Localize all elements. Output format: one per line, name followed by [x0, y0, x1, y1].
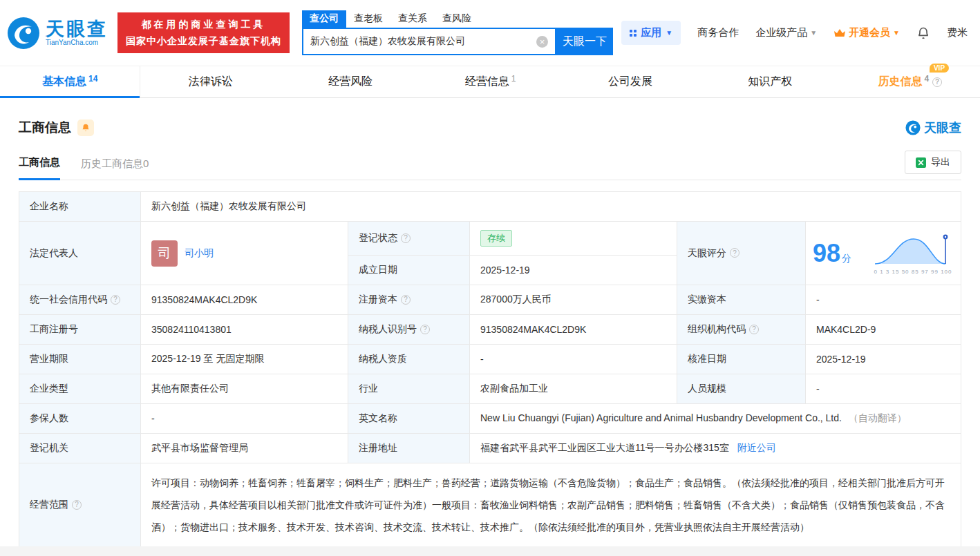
help-icon[interactable]: ? [932, 77, 942, 87]
search-tab-risk[interactable]: 查风险 [435, 10, 479, 28]
label-reg-number: 工商注册号 [19, 315, 141, 345]
table-row: 营业期限 2025-12-19 至 无固定期限 纳税人资质 - 核准日期 202… [19, 345, 961, 374]
help-icon[interactable]: ? [401, 295, 411, 305]
table-row: 企业类型 其他有限责任公司 行业 农副食品加工业 人员规模 - [19, 374, 961, 404]
subtab-row: 工商信息 历史工商信息0 导出 [19, 151, 961, 180]
table-row: 经营范围? 许可项目：动物饲养；牲畜饲养；牲畜屠宰；饲料生产；肥料生产；兽药经营… [19, 463, 961, 547]
promo-line-1: 都在用的商业查询工具 [126, 17, 281, 32]
tab-basic-info[interactable]: 基本信息 14 [0, 66, 140, 97]
search-tab-boss[interactable]: 查老板 [346, 10, 390, 28]
vip-badge: VIP [930, 64, 949, 73]
label-business-scope: 经营范围? [19, 463, 141, 547]
table-row: 工商注册号 350824110413801 纳税人识别号? 91350824MA… [19, 315, 961, 345]
search-tab-relation[interactable]: 查关系 [390, 10, 435, 28]
tab-operational-risk[interactable]: 经营风险 [281, 66, 420, 97]
subtab-history-registration[interactable]: 历史工商信息0 [81, 157, 149, 180]
value-reg-status: 存续 [470, 222, 677, 256]
search-input-value: 新六创益（福建）农牧发展有限公司 [310, 35, 465, 48]
label-reg-address: 注册地址 [348, 434, 470, 463]
table-row: 企业名称 新六创益（福建）农牧发展有限公司 [19, 192, 961, 222]
help-icon[interactable]: ? [749, 325, 759, 334]
label-tianyan-score: 天眼评分? [677, 222, 806, 285]
excel-icon [916, 157, 926, 168]
value-reg-authority: 武平县市场监督管理局 [141, 434, 348, 463]
chevron-down-icon: ▼ [666, 29, 672, 37]
tab-label: 历史信息 [878, 75, 922, 89]
promo-banner: 都在用的商业查询工具 国家中小企业发展子基金旗下机构 [117, 12, 290, 52]
value-taxpayer-id: 91350824MAK4CL2D9K [470, 315, 677, 345]
label-business-term: 营业期限 [19, 345, 141, 374]
tab-label: 公司发展 [608, 75, 652, 89]
score-distribution-chart: 0 1 3 15 50 85 97 99 100 [872, 232, 954, 275]
apps-label: 应用 [641, 26, 661, 39]
label-reg-capital: 注册资本? [348, 285, 470, 315]
username-label: 费米 [947, 26, 968, 39]
auto-translate-note: （自动翻译） [849, 412, 907, 423]
tab-company-development[interactable]: 公司发展 [560, 66, 700, 97]
label-reg-authority: 登记机关 [19, 434, 141, 463]
label-taxpayer-id: 纳税人识别号? [348, 315, 470, 345]
section-header: 工商信息 天眼查 [19, 119, 961, 137]
apps-menu[interactable]: 应用 ▼ [621, 21, 681, 45]
tab-legal-proceedings[interactable]: 法律诉讼 [140, 66, 280, 97]
membership-label: 开通会员 [849, 26, 890, 39]
chevron-down-icon: ▼ [893, 29, 900, 37]
nav-business-cooperation[interactable]: 商务合作 [697, 26, 739, 39]
help-icon[interactable]: ? [111, 295, 120, 305]
search-input[interactable]: 新六创益（福建）农牧发展有限公司 × [302, 28, 556, 55]
value-company-type: 其他有限责任公司 [141, 374, 348, 404]
label-industry: 行业 [348, 374, 470, 404]
label-reg-status: 登记状态? [348, 222, 470, 256]
label-insured-count: 参保人数 [19, 404, 141, 434]
legal-rep-link[interactable]: 司小明 [185, 247, 214, 260]
tianyancha-logo[interactable]: 天眼查 TianYanCha.com [7, 17, 108, 50]
subtab-business-registration[interactable]: 工商信息 [19, 156, 60, 180]
tab-label: 经营风险 [328, 75, 373, 89]
section-brand: 天眼查 [905, 119, 961, 136]
value-industry: 农副食品加工业 [470, 374, 677, 404]
label-staff-size: 人员规模 [677, 374, 806, 404]
crown-icon [833, 28, 846, 38]
main-content: 工商信息 天眼查 工商信息 历史工商信息0 导出 [0, 119, 980, 547]
clear-icon[interactable]: × [536, 36, 548, 48]
label-paid-capital: 实缴资本 [677, 285, 806, 315]
nearby-companies-link[interactable]: 附近公司 [737, 442, 776, 453]
export-button[interactable]: 导出 [905, 151, 961, 174]
notifications-bell-icon[interactable] [916, 26, 930, 40]
value-insured-count: - [141, 404, 348, 434]
tianyancha-logo-icon [905, 120, 921, 135]
value-tianyan-score[interactable]: 98分 0 1 3 15 50 85 97 99 100 [806, 222, 961, 285]
nav-user-account[interactable]: 费米 [947, 26, 968, 39]
tab-label: 法律诉讼 [189, 75, 233, 89]
search-button[interactable]: 天眼一下 [556, 28, 613, 55]
value-business-scope: 许可项目：动物饲养；牲畜饲养；牲畜屠宰；饲料生产；肥料生产；兽药经营；道路货物运… [141, 463, 961, 547]
monitor-bell-icon[interactable] [77, 119, 94, 136]
company-section-tabs: 基本信息 14 法律诉讼 经营风险 经营信息 1 公司发展 知识产权 VIP 历… [0, 66, 980, 98]
search-area: 查公司 查老板 查关系 查风险 新六创益（福建）农牧发展有限公司 × 天眼一下 [302, 10, 613, 55]
logo-domain: TianYanCha.com [46, 39, 108, 46]
value-approval-date: 2025-12-19 [806, 345, 961, 374]
score-number: 98分 [813, 241, 851, 266]
tab-business-info[interactable]: 经营信息 1 [420, 66, 560, 97]
help-icon[interactable]: ? [730, 248, 739, 258]
value-reg-capital: 287000万人民币 [470, 285, 677, 315]
value-staff-size: - [806, 374, 961, 404]
nav-enterprise-products[interactable]: 企业级产品 ▼ [755, 26, 817, 39]
label-company-type: 企业类型 [19, 374, 141, 404]
tab-history-info[interactable]: VIP 历史信息 4 ? [840, 66, 980, 97]
help-icon[interactable]: ? [401, 233, 411, 243]
help-icon[interactable]: ? [420, 325, 430, 334]
enterprise-label: 企业级产品 [755, 26, 807, 39]
status-badge: 存续 [480, 230, 512, 247]
value-business-term: 2025-12-19 至 无固定期限 [141, 345, 348, 374]
legal-rep-avatar[interactable]: 司 [151, 240, 178, 267]
tab-intellectual-property[interactable]: 知识产权 [700, 66, 840, 97]
search-tab-company[interactable]: 查公司 [302, 10, 346, 28]
brand-name: 天眼查 [924, 119, 961, 136]
nav-open-membership[interactable]: 开通会员 ▼ [833, 26, 900, 39]
tab-count: 4 [924, 74, 929, 84]
promo-line-2: 国家中小企业发展子基金旗下机构 [126, 33, 281, 49]
score-axis-labels: 0 1 3 15 50 85 97 99 100 [872, 269, 954, 275]
label-company-name: 企业名称 [19, 192, 141, 222]
help-icon[interactable]: ? [72, 500, 82, 510]
